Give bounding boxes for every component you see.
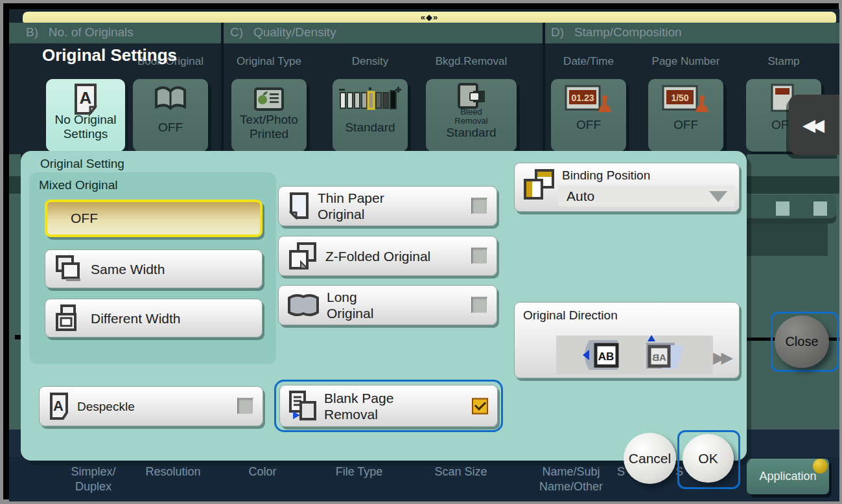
bkgd-removal-button[interactable]: Bleed Removal Standard	[426, 79, 517, 152]
svg-text:1/50: 1/50	[671, 93, 688, 103]
option-label: OFF	[71, 211, 98, 226]
date-stamp-icon: 01.23	[551, 79, 626, 113]
tab-label: Scan Size	[409, 464, 513, 479]
direction-option-left-icon[interactable]: AB	[580, 336, 623, 376]
z-folded-original-button[interactable]: Z-Folded Original	[278, 236, 497, 276]
despeckle-checkbox[interactable]	[237, 398, 253, 415]
binding-position-icon	[522, 168, 555, 205]
button-label-line: Standard	[426, 126, 517, 140]
z-folded-icon	[287, 241, 319, 271]
tab-file-type[interactable]: File Type	[307, 464, 411, 479]
binding-position-title: Binding Position	[562, 168, 650, 183]
button-label-line: OFF	[648, 118, 723, 132]
button-sub-label: Removal	[426, 117, 517, 126]
column-header-bkgd-removal: Bkgd.Removal	[423, 55, 520, 68]
svg-text:A: A	[53, 398, 64, 414]
long-original-icon	[287, 292, 320, 318]
bleed-removal-icon	[426, 79, 517, 108]
dimmed-band-left	[9, 176, 21, 194]
panel-drag-handle[interactable]: «◆»	[23, 12, 836, 23]
button-sub-label: Bleed	[426, 108, 517, 117]
page-number-button[interactable]: 1/50 OFF	[648, 79, 723, 152]
cancel-button[interactable]: Cancel	[624, 433, 676, 484]
column-header-density: Density	[322, 55, 419, 68]
dimmed-background-left	[9, 154, 21, 461]
option-label: Blank Page Removal	[324, 390, 393, 422]
tab-label: Resolution	[121, 464, 225, 479]
density-button[interactable]: Standard	[333, 79, 408, 152]
density-scale-icon	[333, 79, 408, 113]
same-width-button[interactable]: Same Width	[45, 249, 263, 288]
text-photo-icon	[231, 79, 307, 113]
long-original-button[interactable]: Long Original	[278, 285, 497, 325]
a-document-icon: A	[46, 79, 125, 113]
dimmed-navy-left	[9, 430, 21, 461]
option-label: Different Width	[91, 310, 181, 326]
svg-text:AB: AB	[598, 350, 614, 363]
button-label-line: Text/Photo	[231, 113, 307, 127]
close-label: Close	[785, 334, 818, 349]
no-original-settings-button[interactable]: A No Original Settings	[46, 79, 125, 152]
svg-text:01.23: 01.23	[571, 93, 594, 103]
tab-label: Name/Other	[519, 479, 623, 494]
option-label: Z-Folded Original	[325, 248, 430, 264]
svg-text:A: A	[80, 88, 92, 108]
slide-panel-rewind-tab[interactable]: ◀◀	[789, 95, 839, 155]
svg-text:AB: AB	[652, 352, 666, 363]
dimmed-divider-line-left	[15, 335, 21, 339]
tab-label: Color	[211, 464, 314, 479]
button-label-line: OFF	[551, 118, 626, 132]
dialog-title: Original Setting	[40, 157, 124, 171]
application-indicator-dot	[813, 459, 828, 474]
despeckle-button[interactable]: A Despeckle	[39, 386, 263, 426]
thin-paper-checkbox[interactable]	[471, 198, 487, 214]
section-c-header: C) Quality/Density	[230, 25, 336, 40]
page-number-stamp-icon: 1/50	[648, 79, 723, 113]
thin-paper-original-button[interactable]: Thin Paper Original	[278, 186, 497, 226]
different-width-icon	[53, 303, 84, 333]
button-label-line: Printed	[231, 127, 307, 141]
original-type-button[interactable]: Text/Photo Printed	[231, 79, 307, 152]
tab-color[interactable]: Color	[211, 464, 314, 479]
mixed-original-off-button[interactable]: OFF	[45, 200, 263, 237]
tab-label: File Type	[307, 464, 411, 479]
direction-more-icon[interactable]: ▶▶	[713, 349, 729, 367]
button-label-line: OFF	[133, 120, 208, 135]
direction-option-top-icon[interactable]: AB	[640, 334, 686, 375]
cancel-label: Cancel	[629, 451, 671, 466]
same-width-icon	[53, 254, 84, 284]
tab-resolution[interactable]: Resolution	[121, 464, 225, 479]
device-frame: «◆» B) No. of Originals C) Quality/Densi…	[0, 0, 842, 504]
button-label-line: Standard	[333, 120, 408, 135]
page-title: Original Settings	[42, 45, 177, 65]
tab-label: Duplex	[41, 479, 145, 494]
a-document-icon: A	[47, 392, 71, 420]
column-header-original-type: Original Type	[220, 55, 318, 68]
blank-page-removal-button[interactable]: Blank Page Removal	[279, 385, 498, 427]
option-label: Thin Paper Original	[318, 190, 384, 222]
tab-scan-size[interactable]: Scan Size	[409, 464, 513, 479]
option-label: Same Width	[91, 261, 165, 277]
different-width-button[interactable]: Different Width	[45, 299, 263, 338]
section-header-band	[9, 23, 839, 43]
blank-page-removal-checkbox[interactable]	[472, 398, 488, 414]
thin-paper-icon	[287, 191, 311, 221]
book-original-button[interactable]: OFF	[133, 79, 208, 152]
dimmed-slider-block	[776, 201, 789, 216]
scan-settings-screen: «◆» B) No. of Originals C) Quality/Densi…	[9, 9, 839, 501]
column-header-date-time: Date/Time	[540, 55, 637, 68]
ok-button[interactable]: OK	[683, 434, 734, 483]
close-button[interactable]: Close	[775, 315, 829, 368]
application-label: Application	[759, 470, 816, 483]
section-b-header: B) No. of Originals	[26, 25, 134, 40]
open-book-icon	[133, 79, 208, 113]
z-folded-checkbox[interactable]	[471, 248, 487, 264]
rewind-icon: ◀◀	[802, 115, 821, 135]
column-header-page-number: Page Number	[637, 55, 734, 68]
date-time-button[interactable]: 01.23 OFF	[551, 79, 626, 152]
dimmed-slider-block	[813, 201, 827, 216]
button-label-line: Settings	[46, 127, 125, 141]
long-original-checkbox[interactable]	[471, 297, 487, 314]
section-divider	[543, 23, 545, 156]
option-label: Long Original	[327, 289, 373, 321]
